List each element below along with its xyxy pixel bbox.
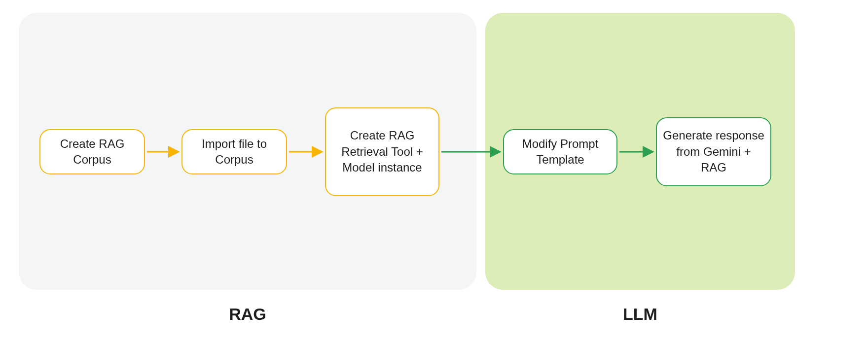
node-label: Modify Prompt Template xyxy=(509,136,612,168)
rag-section-label: RAG xyxy=(19,305,476,324)
node-label: Create RAG Corpus xyxy=(45,136,139,168)
llm-section-label: LLM xyxy=(485,305,795,324)
node-import-file-corpus: Import file to Corpus xyxy=(181,129,287,174)
node-label: Import file to Corpus xyxy=(187,136,281,168)
node-label: Generate response from Gemini + RAG xyxy=(662,128,765,175)
node-label: Create RAG Retrieval Tool + Model instan… xyxy=(331,128,434,175)
node-create-rag-corpus: Create RAG Corpus xyxy=(39,129,145,174)
diagram-canvas: RAG LLM Create RAG Corpus Import file to… xyxy=(0,0,868,345)
node-create-retrieval-tool: Create RAG Retrieval Tool + Model instan… xyxy=(325,107,439,196)
node-generate-response: Generate response from Gemini + RAG xyxy=(656,117,771,186)
node-modify-prompt-template: Modify Prompt Template xyxy=(503,129,617,174)
